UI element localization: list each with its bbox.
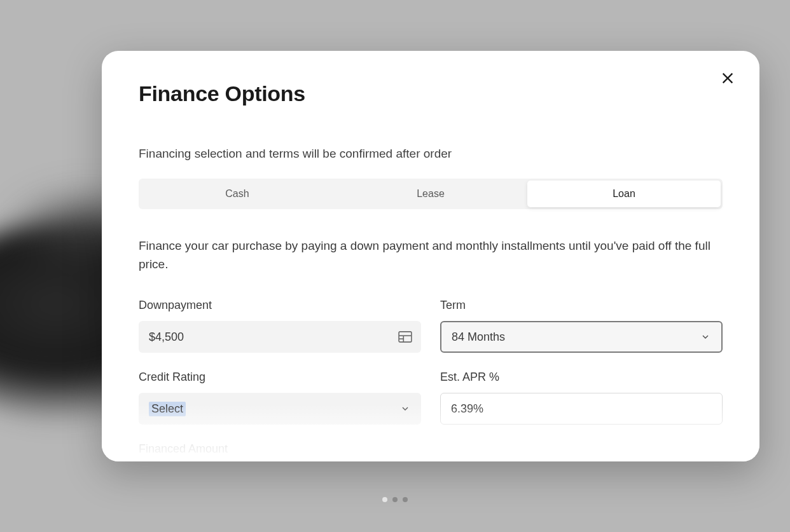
apr-label: Est. APR % bbox=[440, 371, 723, 384]
credit-rating-value: Select bbox=[149, 402, 186, 416]
finance-options-modal: Finance Options Financing selection and … bbox=[102, 51, 759, 461]
financed-amount-label: Financed Amount bbox=[139, 442, 421, 456]
chevron-down-icon bbox=[700, 331, 711, 343]
credit-rating-select[interactable]: Select bbox=[139, 393, 421, 425]
term-value: 84 Months bbox=[452, 331, 505, 344]
modal-title: Finance Options bbox=[139, 81, 723, 106]
tab-loan[interactable]: Loan bbox=[527, 181, 721, 207]
downpayment-input[interactable]: $4,500 bbox=[139, 321, 421, 353]
svg-rect-2 bbox=[399, 332, 412, 342]
tab-cash[interactable]: Cash bbox=[141, 181, 334, 207]
downpayment-value: $4,500 bbox=[149, 331, 184, 344]
close-button[interactable] bbox=[717, 69, 738, 89]
pagination-dot-2[interactable] bbox=[392, 497, 398, 502]
calculator-icon bbox=[398, 331, 412, 343]
loan-description: Finance your car purchase by paying a do… bbox=[139, 237, 723, 273]
pagination-dot-1[interactable] bbox=[382, 497, 387, 502]
pagination-dots bbox=[382, 497, 408, 502]
pagination-dot-3[interactable] bbox=[403, 497, 408, 502]
tab-lease[interactable]: Lease bbox=[334, 181, 527, 207]
apr-input[interactable]: 6.39% bbox=[440, 393, 723, 425]
downpayment-label: Downpayment bbox=[139, 299, 421, 312]
close-icon bbox=[721, 71, 735, 87]
chevron-down-icon bbox=[399, 403, 411, 414]
finance-tabs: Cash Lease Loan bbox=[139, 179, 723, 209]
modal-subtext: Financing selection and terms will be co… bbox=[139, 147, 723, 161]
apr-value: 6.39% bbox=[451, 402, 483, 416]
term-select[interactable]: 84 Months bbox=[440, 321, 723, 353]
credit-rating-label: Credit Rating bbox=[139, 371, 421, 384]
term-label: Term bbox=[440, 299, 723, 312]
